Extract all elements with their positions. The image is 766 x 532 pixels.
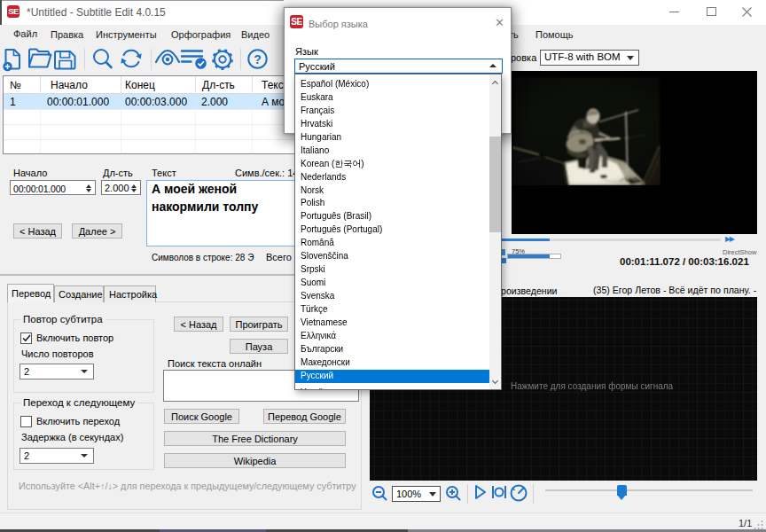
- svg-text:?: ?: [254, 52, 262, 66]
